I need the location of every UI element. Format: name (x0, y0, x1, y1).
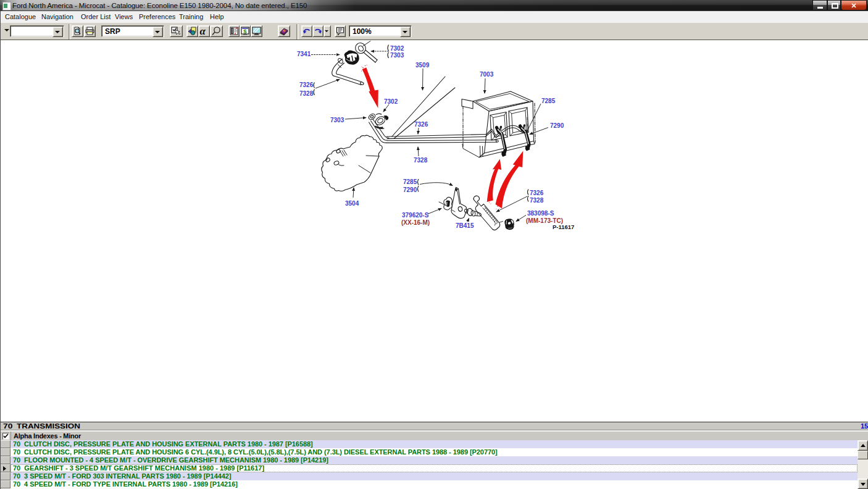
svg-text:7290: 7290 (403, 186, 417, 193)
svg-text:7303: 7303 (330, 117, 344, 123)
svg-text:7285: 7285 (403, 178, 417, 185)
svg-text:7328: 7328 (299, 90, 314, 97)
svg-text:$: $ (243, 28, 247, 35)
svg-text:3504: 3504 (345, 200, 359, 207)
svg-text:α: α (200, 26, 206, 36)
svg-text:7328: 7328 (530, 197, 544, 204)
svg-text:7326: 7326 (299, 82, 314, 88)
svg-text:383098-S: 383098-S (527, 210, 554, 217)
svg-text:(XX-16-M): (XX-16-M) (401, 219, 430, 226)
svg-text:7290: 7290 (550, 122, 564, 129)
svg-text:7302: 7302 (384, 98, 398, 105)
svg-text:7B415: 7B415 (456, 222, 474, 229)
svg-text:7326: 7326 (414, 121, 428, 128)
svg-text:7285: 7285 (541, 98, 556, 104)
svg-text:7302: 7302 (390, 45, 404, 52)
svg-text:379620-S: 379620-S (402, 212, 429, 219)
svg-text:7303: 7303 (390, 52, 404, 59)
svg-text:7326: 7326 (530, 190, 544, 196)
svg-text:P-11617: P-11617 (553, 224, 574, 230)
svg-text:7341: 7341 (297, 51, 311, 57)
svg-text:7003: 7003 (480, 71, 494, 78)
svg-text:7328: 7328 (414, 157, 428, 164)
svg-text:3509: 3509 (415, 62, 430, 69)
